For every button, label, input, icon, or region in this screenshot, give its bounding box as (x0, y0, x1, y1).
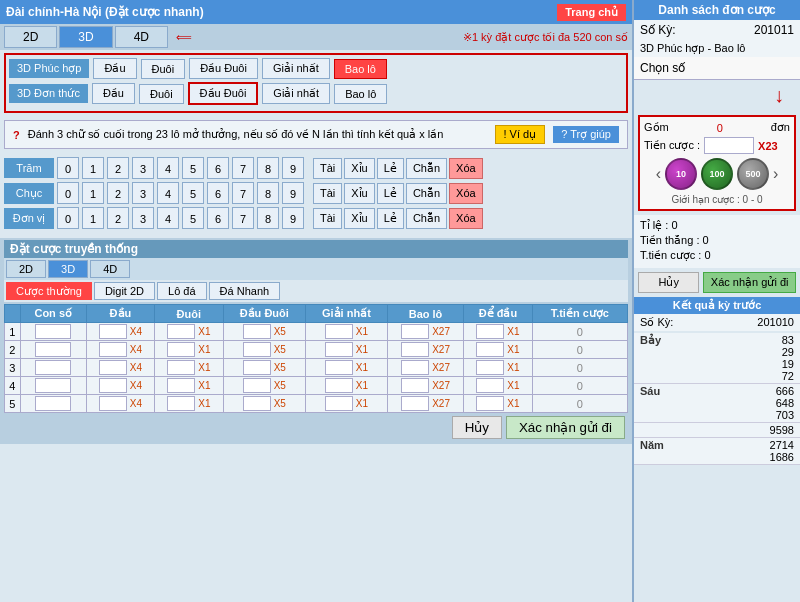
tram-xiu-btn[interactable]: Xỉu (344, 158, 374, 179)
phuc-hop-bao-lo-btn[interactable]: Bao lô (334, 59, 387, 79)
trang-chu-button[interactable]: Trang chủ (557, 4, 626, 21)
row-con-so[interactable] (20, 377, 86, 395)
donvi-xiu-btn[interactable]: Xỉu (344, 208, 374, 229)
gom-row: Gồm 0 đơn (644, 121, 790, 134)
num-donvi-4[interactable]: 4 (157, 207, 179, 229)
donvi-tai-btn[interactable]: Tài (313, 208, 342, 229)
num-chuc-9[interactable]: 9 (282, 182, 304, 204)
vi-du-button[interactable]: ! Ví dụ (495, 125, 546, 144)
num-donvi-0[interactable]: 0 (57, 207, 79, 229)
num-chuc-0[interactable]: 0 (57, 182, 79, 204)
num-chuc-7[interactable]: 7 (232, 182, 254, 204)
num-tram-0[interactable]: 0 (57, 157, 79, 179)
chuc-tai-btn[interactable]: Tài (313, 183, 342, 204)
trad-tab-4d[interactable]: 4D (90, 260, 130, 278)
chuc-chan-btn[interactable]: Chẵn (406, 183, 447, 204)
sub-tab-cuoc-thuong[interactable]: Cược thường (6, 282, 92, 300)
coin-prev-icon[interactable]: ‹ (656, 165, 661, 183)
tab-4d[interactable]: 4D (115, 26, 168, 48)
row-t-tien: 0 (532, 377, 627, 395)
coin-10[interactable]: 10 (665, 158, 697, 190)
num-tram-8[interactable]: 8 (257, 157, 279, 179)
sub-tab-da-nhanh[interactable]: Đá Nhanh (209, 282, 281, 300)
num-chuc-6[interactable]: 6 (207, 182, 229, 204)
chuc-label: Chục (4, 183, 54, 204)
prize-number: 703 (776, 409, 794, 421)
num-donvi-5[interactable]: 5 (182, 207, 204, 229)
phuc-hop-dau-duoi-btn[interactable]: Đầu Đuôi (189, 58, 258, 79)
num-donvi-3[interactable]: 3 (132, 207, 154, 229)
phuc-hop-giai-nhat-btn[interactable]: Giải nhất (262, 58, 330, 79)
num-tram-1[interactable]: 1 (82, 157, 104, 179)
right-panel: Danh sách đơn cược Số Kỳ: 201011 3D Phúc… (632, 0, 800, 602)
num-tram-5[interactable]: 5 (182, 157, 204, 179)
trad-tab-2d[interactable]: 2D (6, 260, 46, 278)
row-de-dau: X1 (464, 395, 532, 413)
tram-chan-btn[interactable]: Chẵn (406, 158, 447, 179)
num-tram-6[interactable]: 6 (207, 157, 229, 179)
num-chuc-8[interactable]: 8 (257, 182, 279, 204)
chuc-xoa-btn[interactable]: Xóa (449, 183, 483, 204)
phuc-hop-dau-btn[interactable]: Đầu (93, 58, 136, 79)
table-row: 5 X4 X1 X5 X1 X27 (5, 395, 628, 413)
row-con-so[interactable] (20, 395, 86, 413)
donvi-xoa-btn[interactable]: Xóa (449, 208, 483, 229)
num-chuc-3[interactable]: 3 (132, 182, 154, 204)
sub-tab-digit-2d[interactable]: Digit 2D (94, 282, 155, 300)
num-chuc-4[interactable]: 4 (157, 182, 179, 204)
num-donvi-8[interactable]: 8 (257, 207, 279, 229)
num-donvi-2[interactable]: 2 (107, 207, 129, 229)
coin-500[interactable]: 500 (737, 158, 769, 190)
donvi-chan-btn[interactable]: Chẵn (406, 208, 447, 229)
gom-value: 0 (717, 122, 723, 134)
don-thuc-dau-btn[interactable]: Đầu (92, 83, 135, 104)
tien-cuoc-input[interactable] (704, 137, 754, 154)
row-dau-duoi: X5 (223, 323, 305, 341)
row-de-dau: X1 (464, 341, 532, 359)
tram-tai-btn[interactable]: Tài (313, 158, 342, 179)
chuc-le-btn[interactable]: Lẻ (377, 183, 404, 204)
table-xacnhan-button[interactable]: Xác nhận gửi đi (506, 416, 625, 439)
sub-tab-lo-da[interactable]: Lô đá (157, 282, 207, 300)
tram-xoa-btn[interactable]: Xóa (449, 158, 483, 179)
num-tram-3[interactable]: 3 (132, 157, 154, 179)
num-tram-4[interactable]: 4 (157, 157, 179, 179)
num-tram-2[interactable]: 2 (107, 157, 129, 179)
phuc-hop-duoi-btn[interactable]: Đuôi (141, 59, 186, 79)
num-chuc-2[interactable]: 2 (107, 182, 129, 204)
donvi-le-btn[interactable]: Lẻ (377, 208, 404, 229)
row-num: 4 (5, 377, 21, 395)
tram-le-btn[interactable]: Lẻ (377, 158, 404, 179)
num-donvi-9[interactable]: 9 (282, 207, 304, 229)
tab-3d[interactable]: 3D (59, 26, 112, 48)
chuc-xiu-btn[interactable]: Xỉu (344, 183, 374, 204)
don-thuc-giai-nhat-btn[interactable]: Giải nhất (262, 83, 330, 104)
table-huy-button[interactable]: Hủy (452, 416, 502, 439)
num-chuc-5[interactable]: 5 (182, 182, 204, 204)
prize-row: Sáu 666648703 (634, 384, 800, 423)
trad-tab-3d[interactable]: 3D (48, 260, 88, 278)
num-donvi-6[interactable]: 6 (207, 207, 229, 229)
table-row: 1 X4 X1 X5 X1 X27 (5, 323, 628, 341)
tab-2d[interactable]: 2D (4, 26, 57, 48)
tram-label: Trăm (4, 158, 54, 178)
row-con-so[interactable] (20, 341, 86, 359)
don-thuc-bao-lo-btn[interactable]: Bao lô (334, 84, 387, 104)
num-donvi-1[interactable]: 1 (82, 207, 104, 229)
xac-nhan-button[interactable]: Xác nhận gửi đi (703, 272, 796, 293)
row-con-so[interactable] (20, 359, 86, 377)
don-thuc-duoi-btn[interactable]: Đuôi (139, 84, 184, 104)
num-chuc-1[interactable]: 1 (82, 182, 104, 204)
num-donvi-7[interactable]: 7 (232, 207, 254, 229)
row-con-so[interactable] (20, 323, 86, 341)
tro-giup-button[interactable]: ? Trợ giúp (553, 126, 619, 143)
huy-button[interactable]: Hủy (638, 272, 699, 293)
prize-number: 83 (782, 334, 794, 346)
num-tram-7[interactable]: 7 (232, 157, 254, 179)
col-con-so: Con số (20, 305, 86, 323)
coin-next-icon[interactable]: › (773, 165, 778, 183)
don-thuc-dau-duoi-btn[interactable]: Đầu Đuôi (188, 82, 259, 105)
tien-cuoc-row: Tiền cược : X23 (644, 137, 790, 154)
coin-100[interactable]: 100 (701, 158, 733, 190)
num-tram-9[interactable]: 9 (282, 157, 304, 179)
